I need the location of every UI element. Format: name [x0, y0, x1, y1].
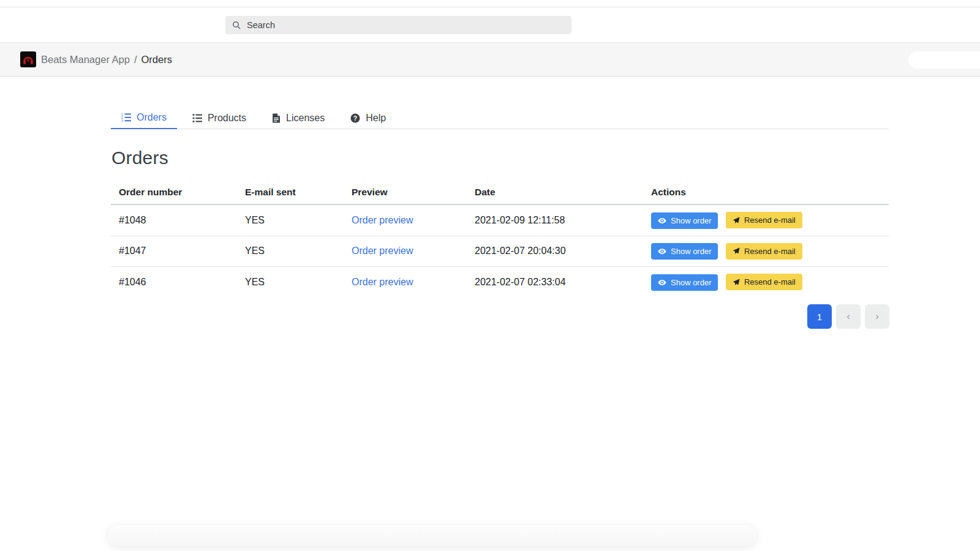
- tab-label: Orders: [137, 112, 167, 123]
- resend-email-button[interactable]: Resend e-mail: [726, 243, 802, 260]
- search-icon: [232, 21, 241, 30]
- ordered-list-icon: 1 2 3: [121, 113, 131, 122]
- svg-text:3: 3: [121, 119, 123, 122]
- next-page-button[interactable]: ›: [865, 304, 889, 329]
- show-order-button[interactable]: Show order: [651, 274, 718, 291]
- svg-text:?: ?: [353, 114, 357, 122]
- app-logo: [20, 51, 36, 67]
- user-pill: [908, 51, 980, 69]
- headphones-icon: [22, 53, 34, 66]
- tab-label: Licenses: [286, 113, 325, 124]
- tab-help[interactable]: ? Help: [340, 107, 396, 129]
- tab-licenses[interactable]: Licenses: [262, 107, 335, 129]
- column-header-actions: Actions: [643, 181, 889, 204]
- show-order-label: Show order: [671, 279, 711, 287]
- help-circle-icon: ?: [350, 113, 360, 123]
- paper-plane-icon: [733, 279, 740, 286]
- date-cell: 2021-02-07 20:04:30: [467, 236, 643, 267]
- email-sent-cell: YES: [237, 267, 344, 298]
- pagination: 1 ‹ ›: [807, 304, 889, 329]
- orders-table: Order number E-mail sent Preview Date Ac…: [111, 181, 889, 298]
- show-order-label: Show order: [671, 247, 711, 255]
- column-header-date: Date: [467, 181, 643, 204]
- resend-email-label: Resend e-mail: [744, 216, 796, 224]
- browser-top-strip: [0, 0, 980, 7]
- tab-bar: 1 2 3 Orders Products Licenses: [111, 107, 889, 129]
- show-order-button[interactable]: Show order: [651, 243, 718, 260]
- paper-plane-icon: [733, 217, 740, 224]
- order-preview-link[interactable]: Order preview: [352, 246, 413, 256]
- breadcrumb-header-bar: Beats Manager App / Orders: [0, 42, 980, 77]
- order-preview-link[interactable]: Order preview: [352, 215, 413, 225]
- show-order-button[interactable]: Show order: [651, 212, 718, 229]
- file-icon: [272, 113, 281, 123]
- resend-email-label: Resend e-mail: [744, 278, 796, 286]
- email-sent-cell: YES: [237, 236, 344, 267]
- bottom-peeking-card: [108, 525, 756, 546]
- order-number-cell: #1046: [111, 267, 237, 298]
- eye-icon: [658, 248, 666, 255]
- table-row: #1048 YES Order preview 2021-02-09 12:11…: [111, 204, 889, 236]
- order-preview-link[interactable]: Order preview: [352, 277, 413, 287]
- search-box[interactable]: [225, 16, 571, 34]
- actions-cell: Show order Resend e-mail: [643, 267, 889, 298]
- list-icon: [192, 113, 202, 123]
- email-sent-cell: YES: [237, 204, 344, 236]
- date-cell: 2021-02-09 12:11:58: [467, 204, 643, 236]
- order-number-cell: #1047: [111, 236, 237, 267]
- search-section: [0, 8, 980, 42]
- show-order-label: Show order: [671, 217, 711, 225]
- column-header-order-number: Order number: [111, 181, 237, 204]
- breadcrumb: Beats Manager App / Orders: [41, 43, 172, 76]
- search-input[interactable]: [247, 20, 565, 30]
- breadcrumb-separator: /: [134, 54, 137, 66]
- resend-email-label: Resend e-mail: [744, 247, 796, 255]
- table-row: #1047 YES Order preview 2021-02-07 20:04…: [111, 236, 889, 267]
- eye-icon: [658, 217, 666, 224]
- table-row: #1046 YES Order preview 2021-02-07 02:33…: [111, 267, 889, 298]
- actions-cell: Show order Resend e-mail: [643, 204, 889, 236]
- prev-page-button[interactable]: ‹: [836, 304, 861, 329]
- tab-label: Products: [208, 113, 246, 124]
- date-cell: 2021-02-07 02:33:04: [467, 267, 643, 298]
- resend-email-button[interactable]: Resend e-mail: [726, 274, 802, 290]
- paper-plane-icon: [733, 247, 740, 255]
- column-header-email-sent: E-mail sent: [237, 181, 344, 204]
- tab-label: Help: [366, 113, 386, 124]
- resend-email-button[interactable]: Resend e-mail: [726, 212, 802, 228]
- breadcrumb-current-page: Orders: [141, 54, 172, 66]
- actions-cell: Show order Resend e-mail: [643, 236, 889, 267]
- page-title: Orders: [111, 148, 168, 168]
- table-header-row: Order number E-mail sent Preview Date Ac…: [111, 181, 889, 204]
- page-1-button[interactable]: 1: [807, 304, 832, 329]
- breadcrumb-app-link[interactable]: Beats Manager App: [41, 54, 130, 66]
- order-number-cell: #1048: [111, 204, 237, 236]
- eye-icon: [658, 279, 666, 286]
- column-header-preview: Preview: [344, 181, 467, 204]
- tab-orders[interactable]: 1 2 3 Orders: [111, 107, 177, 129]
- tab-products[interactable]: Products: [182, 107, 257, 129]
